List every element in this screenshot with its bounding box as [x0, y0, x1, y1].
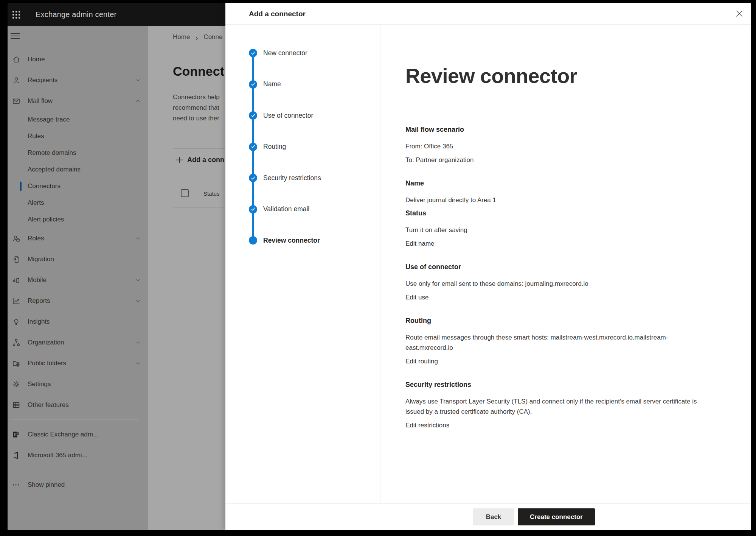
folders-icon: [12, 359, 21, 368]
edit-name-link[interactable]: Edit name: [405, 238, 435, 249]
migration-icon: [12, 255, 21, 264]
sidebar-item-remote-domains[interactable]: Remote domains: [8, 145, 148, 161]
step-security-restrictions[interactable]: Security restrictions: [249, 162, 321, 194]
review-content: Review connector Mail flow scenarioFrom:…: [405, 62, 709, 430]
sidebar-divider: [11, 419, 138, 420]
sidebar-item-label: Roles: [28, 235, 44, 242]
sidebar-item-label: Mobile: [28, 276, 47, 284]
step-label: Review connector: [263, 237, 320, 245]
office-icon: [12, 451, 21, 460]
section-value: Use only for email sent to these domains…: [405, 279, 709, 289]
step-routing[interactable]: Routing: [249, 131, 321, 163]
sidebar-item-public-folders[interactable]: Public folders: [8, 353, 148, 374]
section-title: Status: [405, 209, 709, 217]
review-sections: Mail flow scenarioFrom: Office 365To: Pa…: [405, 125, 709, 430]
review-section-routing: RoutingRoute email messages through thes…: [405, 316, 709, 366]
step-label: Routing: [263, 143, 286, 151]
step-use-of-connector[interactable]: Use of connector: [249, 100, 321, 131]
svg-text:E: E: [14, 432, 17, 436]
step-name[interactable]: Name: [249, 69, 321, 100]
sidebar-item-label: Message trace: [28, 116, 70, 123]
section-value: Route email messages through these smart…: [405, 332, 709, 353]
step-review-connector[interactable]: Review connector: [249, 225, 321, 256]
home-icon: [12, 55, 21, 64]
sidebar-item-connectors[interactable]: Connectors: [8, 178, 148, 195]
step-validation-email[interactable]: Validation email: [249, 194, 321, 225]
review-section-mail-flow-scenario: Mail flow scenarioFrom: Office 365To: Pa…: [405, 125, 709, 165]
hamburger-menu-icon[interactable]: [11, 33, 20, 41]
plus-icon: [175, 156, 183, 164]
breadcrumb-chevron-icon: [194, 35, 199, 40]
person-icon: [12, 76, 21, 85]
roles-icon: [12, 234, 21, 243]
sidebar-item-label: Migration: [28, 256, 54, 263]
sidebar-item-label: Connectors: [28, 182, 61, 190]
add-connector-wizard-panel: Add a connector New connectorNameUse of …: [225, 3, 751, 530]
sidebar-item-alerts[interactable]: Alerts: [8, 195, 148, 211]
step-label: New connector: [263, 49, 307, 57]
organization-icon: [12, 338, 21, 347]
sidebar-item-recipients[interactable]: Recipients: [8, 70, 148, 90]
section-value: To: Partner organization: [405, 155, 709, 165]
review-section-status: StatusTurn it on after savingEdit name: [405, 209, 709, 249]
grid-icon: [12, 400, 21, 410]
sidebar-item-mail-flow[interactable]: Mail flow: [8, 90, 148, 111]
back-button[interactable]: Back: [473, 508, 514, 525]
add-connector-button[interactable]: Add a conn: [175, 156, 224, 164]
status-column-header: Status: [203, 190, 220, 197]
sidebar-item-home[interactable]: Home: [8, 49, 148, 70]
breadcrumb-home-link[interactable]: Home: [173, 33, 190, 41]
sidebar-item-label: Insights: [28, 318, 50, 326]
sidebar-divider: [11, 470, 138, 470]
sidebar-item-show-pinned[interactable]: Show pinned: [8, 474, 148, 495]
reports-icon: [12, 296, 21, 305]
sidebar-item-other-features[interactable]: Other features: [8, 394, 148, 415]
wizard-stepper: New connectorNameUse of connectorRouting…: [249, 37, 321, 256]
sidebar-item-label: Other features: [28, 401, 69, 409]
wizard-title: Add a connector: [249, 10, 306, 18]
wizard-header: Add a connector: [225, 3, 751, 25]
sidebar-item-roles[interactable]: Roles: [8, 228, 148, 249]
mail-icon: [12, 97, 21, 106]
edit-use-link[interactable]: Edit use: [405, 292, 428, 302]
insights-icon: [12, 317, 21, 326]
sidebar-item-organization[interactable]: Organization: [8, 332, 148, 353]
review-section-use-of-connector: Use of connectorUse only for email sent …: [405, 263, 709, 302]
chevron-down-icon: [135, 340, 141, 346]
sidebar-item-label: Microsoft 365 admi...: [28, 452, 87, 459]
page-description-line: recommend that: [173, 103, 220, 113]
sidebar-item-label: Recipients: [28, 76, 57, 84]
step-check-icon: [249, 80, 257, 89]
edit-routing-link[interactable]: Edit routing: [405, 356, 438, 366]
sidebar-item-migration[interactable]: Migration: [8, 249, 148, 270]
sidebar-item-microsoft-365-admi[interactable]: Microsoft 365 admi...: [8, 445, 148, 466]
create-connector-button[interactable]: Create connector: [518, 508, 595, 525]
page-description: Connectors helprecommend thatneed to use…: [173, 92, 220, 124]
sidebar-item-reports[interactable]: Reports: [8, 290, 148, 311]
step-check-icon: [249, 49, 257, 57]
app-launcher-waffle-icon[interactable]: [11, 10, 21, 20]
section-value: Always use Transport Layer Security (TLS…: [405, 396, 709, 417]
edit-restrictions-link[interactable]: Edit restrictions: [405, 420, 449, 430]
chevron-down-icon: [135, 77, 141, 83]
sidebar-item-classic-exchange-adm[interactable]: EClassic Exchange adm...: [8, 424, 148, 445]
section-title: Routing: [405, 316, 709, 325]
add-connector-label: Add a conn: [187, 156, 224, 164]
sidebar-item-settings[interactable]: Settings: [8, 374, 148, 394]
review-section-name: NameDeliver journal directly to Area 1: [405, 179, 709, 205]
page-title: Connect: [173, 64, 224, 79]
nav-list: HomeRecipientsMail flowMessage traceRule…: [8, 49, 148, 495]
sidebar-item-insights[interactable]: Insights: [8, 311, 148, 332]
sidebar-item-accepted-domains[interactable]: Accepted domains: [8, 161, 148, 178]
breadcrumb: Home Conne: [173, 33, 222, 41]
step-new-connector[interactable]: New connector: [249, 37, 321, 69]
sidebar-item-label: Organization: [28, 339, 64, 346]
sidebar-item-mobile[interactable]: Mobile: [8, 270, 148, 290]
sidebar-item-message-trace[interactable]: Message trace: [8, 111, 148, 128]
sidebar-item-alert-policies[interactable]: Alert policies: [8, 211, 148, 228]
close-icon[interactable]: [734, 9, 744, 19]
step-check-icon: [249, 111, 257, 120]
sidebar-item-rules[interactable]: Rules: [8, 128, 148, 145]
select-all-checkbox[interactable]: [181, 189, 189, 197]
selected-indicator: [20, 182, 22, 191]
